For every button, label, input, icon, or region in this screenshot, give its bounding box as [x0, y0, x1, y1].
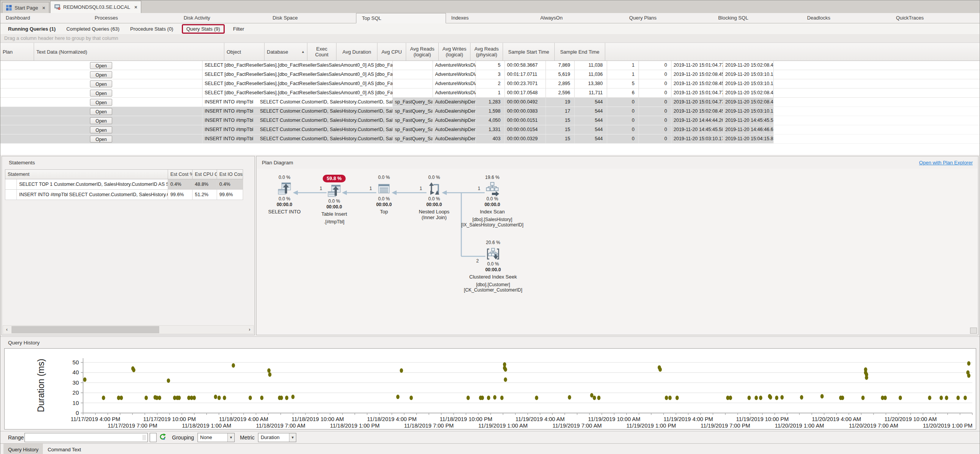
- open-plan-button[interactable]: Open: [90, 62, 112, 69]
- tab-disk-space[interactable]: Disk Space: [267, 13, 356, 23]
- table-row[interactable]: OpenINSERT INTO #tmpTbl SELECT Customer.…: [0, 125, 980, 134]
- document-tab-start-page[interactable]: Start Page×: [2, 2, 49, 13]
- table-row[interactable]: OpenINSERT INTO #tmpTbl SELECT Customer.…: [0, 116, 980, 125]
- tab-query-plans[interactable]: Query Plans: [624, 13, 713, 23]
- scatter-point: [957, 396, 960, 400]
- column-header-sample-end-time[interactable]: Sample End Time: [555, 43, 605, 61]
- column-header-avg-duration[interactable]: Avg Duration: [336, 43, 377, 61]
- tab-top-sql[interactable]: Top SQL: [356, 13, 446, 23]
- close-icon[interactable]: ×: [42, 5, 45, 11]
- statement-row[interactable]: SELECT TOP 1 Customer.CustomerID, SalesH…: [5, 179, 243, 190]
- scatter-point: [178, 396, 181, 400]
- row-indent: [5, 190, 17, 200]
- sub-tab-query-stats-9[interactable]: Query Stats (9): [182, 24, 225, 34]
- tab-deadlocks[interactable]: Deadlocks: [802, 13, 890, 23]
- open-plan-button[interactable]: Open: [90, 117, 112, 124]
- x-axis-tick-label: 11/17/2019 4:00 PM: [70, 416, 120, 422]
- sub-tab-running-queries-1[interactable]: Running Queries (1): [8, 26, 56, 32]
- range-spacer-box[interactable]: [150, 433, 157, 442]
- column-header-avg-reads-logical[interactable]: Avg Reads (logical): [406, 43, 439, 61]
- bottom-tab-query-history[interactable]: Query History: [3, 444, 43, 454]
- open-plan-button[interactable]: Open: [90, 80, 112, 87]
- cell-empty: [774, 116, 980, 125]
- open-plan-button[interactable]: Open: [90, 99, 112, 106]
- server-icon: [54, 4, 60, 10]
- cell-avg_duration: 00:00:00.0492: [505, 98, 546, 107]
- x-axis-tick-label: 11/18/2019 1:00 AM: [182, 423, 231, 429]
- open-plan-button[interactable]: Open: [90, 90, 112, 97]
- table-row[interactable]: OpenINSERT INTO #tmpTbl SELECT Customer.…: [0, 107, 980, 116]
- open-plan-button[interactable]: Open: [90, 108, 112, 115]
- chevron-down-icon[interactable]: ▼: [289, 433, 296, 442]
- column-header-object[interactable]: Object: [224, 43, 265, 61]
- open-plan-button[interactable]: Open: [90, 126, 112, 133]
- sub-tab-completed-queries-63[interactable]: Completed Queries (63): [66, 26, 119, 32]
- cell-avg_writes_logical: 0: [607, 116, 639, 125]
- x-axis-tick-label: 11/18/2019 7:00 PM: [404, 423, 454, 429]
- tab-dashboard[interactable]: Dashboard: [0, 13, 89, 23]
- table-row[interactable]: OpenINSERT INTO #tmpTbl SELECT Customer.…: [0, 134, 980, 144]
- refresh-button[interactable]: [158, 433, 167, 442]
- open-plan-button[interactable]: Open: [90, 71, 112, 78]
- chevron-down-icon[interactable]: ▼: [227, 433, 234, 442]
- column-header-avg-reads-physical[interactable]: Avg Reads (physical): [470, 43, 503, 61]
- tab-disk-activity[interactable]: Disk Activity: [178, 13, 267, 23]
- resize-grip[interactable]: [970, 328, 977, 334]
- tab-blocking-sql[interactable]: Blocking SQL: [713, 13, 802, 23]
- scroll-right-icon[interactable]: ›: [246, 326, 253, 334]
- table-row[interactable]: OpenINSERT INTO #tmpTbl SELECT Customer.…: [0, 98, 980, 107]
- statements-column-est-io-cost[interactable]: Est IO Cost...: [217, 170, 243, 179]
- tab-indexes[interactable]: Indexes: [446, 13, 535, 23]
- sub-tab-filter[interactable]: Filter: [233, 26, 244, 32]
- document-tab-redmondsql03-se-local[interactable]: REDMONDSQL03.SE.LOCAL×: [50, 1, 141, 13]
- scroll-left-icon[interactable]: ‹: [3, 326, 11, 334]
- column-header-exec-count[interactable]: Exec Count: [307, 43, 336, 61]
- statements-header-row: StatementEst Cost %Est CPU Cost...Est IO…: [5, 169, 243, 179]
- group-by-bar[interactable]: Drag a column header here to group by th…: [0, 34, 980, 43]
- cell-avg_reads_physical: 0: [639, 70, 671, 79]
- statements-column-est-cost[interactable]: Est Cost %: [168, 170, 193, 179]
- cell-statement: SELECT TOP 1 Customer.CustomerID, SalesH…: [17, 179, 168, 189]
- scatter-point: [83, 377, 87, 382]
- edge-row-count: 2: [476, 258, 479, 264]
- scrollbar-thumb[interactable]: [11, 326, 159, 333]
- column-header-text-data-normalized[interactable]: Text Data (Normalized): [34, 43, 224, 61]
- sub-tab-procedure-stats-0[interactable]: Procedure Stats (0): [130, 26, 173, 32]
- cell-sample_start: 2019-11-20 15:03:10.170: [671, 134, 723, 143]
- table-row[interactable]: OpenSELECT [dbo_FactResellerSales].[dbo_…: [0, 61, 980, 70]
- column-header-plan[interactable]: Plan: [0, 43, 34, 61]
- statements-column-statement[interactable]: Statement: [5, 170, 168, 179]
- open-with-plan-explorer-link[interactable]: Open with Plan Explorer: [919, 160, 973, 166]
- statements-title: Statements: [2, 156, 255, 166]
- tab-quicktraces[interactable]: QuickTraces: [891, 13, 980, 23]
- table-row[interactable]: OpenSELECT [dbo_FactResellerSales].[dbo_…: [0, 89, 980, 98]
- open-plan-button[interactable]: Open: [90, 136, 112, 143]
- cell-exec: 1,283: [476, 98, 505, 107]
- range-grip-icon[interactable]: [143, 435, 146, 440]
- cell-database: AdventureWorksDW: [433, 61, 476, 70]
- grouping-dropdown[interactable]: None ▼: [198, 433, 235, 442]
- column-header-avg-cpu[interactable]: Avg CPU: [377, 43, 406, 61]
- sub-tab-bar: Running Queries (1)Completed Queries (63…: [0, 23, 980, 34]
- table-row[interactable]: OpenSELECT [dbo_FactResellerSales].[dbo_…: [0, 79, 980, 89]
- cell-avg_cpu: 17: [546, 107, 575, 116]
- metric-dropdown[interactable]: Duration ▼: [258, 433, 296, 442]
- scrollbar-track[interactable]: [11, 326, 246, 334]
- plan-node-index-scan[interactable]: 19.6 %0.0 %00:00.0Index Scan[dbo].[Sales…: [454, 175, 531, 228]
- bottom-tab-command-text[interactable]: Command Text: [43, 444, 85, 454]
- tab-alwayson[interactable]: AlwaysOn: [535, 13, 624, 23]
- column-header-avg-writes-logical[interactable]: Avg Writes (logical): [439, 43, 470, 61]
- column-header-database[interactable]: Database▲: [265, 43, 307, 61]
- plan-node-clustered-index-seek[interactable]: 20.6 %0.0 %00:00.0Clustered Index Seek[d…: [455, 240, 531, 293]
- scatter-point: [597, 396, 601, 400]
- column-header-sample-start-time[interactable]: Sample Start Time: [503, 43, 555, 61]
- tab-processes[interactable]: Processes: [89, 13, 178, 23]
- cell-sample_start: 2019-11-20 14:45:45.587: [671, 125, 723, 134]
- scatter-point: [504, 377, 507, 382]
- statements-column-est-cpu-cost[interactable]: Est CPU Cost...: [193, 170, 217, 179]
- range-input[interactable]: [24, 433, 148, 442]
- close-icon[interactable]: ×: [134, 4, 137, 10]
- statement-row[interactable]: INSERT INTO #tmpTbl SELECT Customer.Cust…: [5, 190, 243, 200]
- statements-horizontal-scrollbar[interactable]: ‹ ›: [3, 325, 254, 334]
- table-row[interactable]: OpenSELECT [dbo_FactResellerSales].[dbo_…: [0, 70, 980, 79]
